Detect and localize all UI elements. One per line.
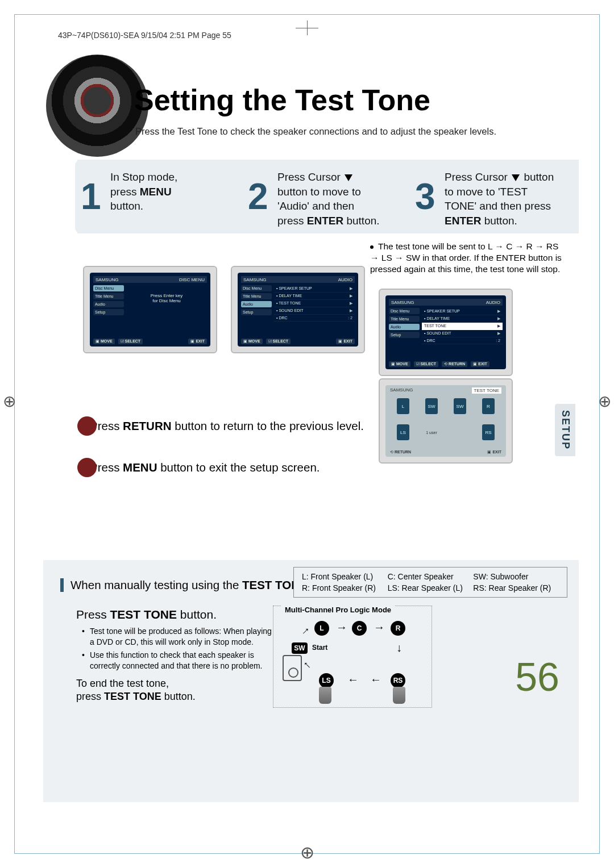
speaker-legend: L: Front Speaker (L) C: Center Speaker S… (293, 567, 567, 598)
registration-mark-right: ⊕ (598, 392, 611, 411)
page-frame: 43P~74P(DS610)-SEA 9/15/04 2:51 PM Page … (14, 14, 600, 854)
print-header: 43P~74P(DS610)-SEA 9/15/04 2:51 PM Page … (58, 31, 231, 40)
down-triangle-icon (512, 174, 520, 181)
step-1-text: In Stop mode, press MENU button. (110, 170, 237, 214)
node-c: C (352, 621, 367, 636)
node-l: L (314, 621, 329, 636)
menu-exit-instruction: Press MENU button to exit the setup scre… (77, 458, 451, 477)
return-instruction: Press RETURN button to return to the pre… (77, 416, 451, 436)
node-rs: RS (391, 673, 405, 688)
node-ls: LS (319, 673, 334, 688)
speaker-flow-diagram: Multi-Channel Pro Logic Mode L → C → R S… (273, 606, 432, 708)
node-r: R (391, 621, 405, 636)
step-3: 3 Press Cursor button to move to 'TEST T… (412, 160, 579, 233)
down-triangle-icon (345, 174, 352, 181)
registration-mark-bottom: ⊕ (300, 842, 314, 862)
step-2-text: Press Cursor button to move to 'Audio' a… (277, 170, 404, 228)
node-sw: SW (292, 642, 308, 654)
step-1-number: 1 (81, 178, 101, 215)
rear-speaker-icon (319, 687, 331, 704)
step-2-number: 2 (248, 178, 268, 215)
speaker-illustration (46, 55, 148, 157)
page-subtitle: Press the Test Tone to check the speaker… (135, 126, 496, 137)
page-number: 56 (515, 654, 559, 700)
registration-mark-left: ⊕ (3, 392, 16, 411)
section-tab-setup: SETUP (555, 404, 575, 456)
end-test-tone-text: To end the test tone, press TEST TONE bu… (76, 677, 196, 704)
press-test-tone-heading: Press TEST TONE button. (76, 608, 217, 621)
step-3-number: 3 (415, 178, 435, 215)
test-tone-bullets: Test tone will be produced as follows: W… (82, 626, 275, 674)
test-tone-order-note: The test tone will be sent to L → C → R … (370, 241, 565, 275)
page-title: Setting the Test Tone (134, 83, 430, 117)
tv-screenshot-audio-menu: SAMSUNGAUDIO Disc Menu Title Menu Audio … (231, 266, 365, 353)
subwoofer-icon (283, 655, 302, 681)
tv-screenshot-test-tone-selected: SAMSUNGAUDIO Disc Menu Title Menu Audio … (379, 289, 513, 376)
step-3-text: Press Cursor button to move to 'TEST TON… (445, 170, 571, 228)
tv-screenshot-disc-menu: SAMSUNGDISC MENU Disc Menu Title Menu Au… (83, 266, 217, 353)
registration-mark-top (296, 20, 318, 35)
steps-band: 1 In Stop mode, press MENU button. 2 Pre… (77, 160, 579, 233)
step-1: 1 In Stop mode, press MENU button. (77, 160, 244, 233)
step-2: 2 Press Cursor button to move to 'Audio'… (244, 160, 412, 233)
rear-speaker-icon (393, 687, 405, 704)
